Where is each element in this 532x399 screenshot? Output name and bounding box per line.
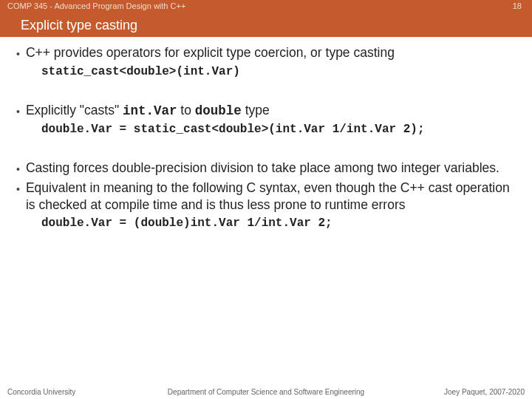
code-block: double.Var = static_cast<double>(int.Var…: [41, 122, 516, 137]
course-label: COMP 345 - Advanced Program Design with …: [7, 1, 185, 10]
text-fragment: Explicitly "casts": [26, 103, 123, 117]
bullet-text: C++ provides operators for explicit type…: [26, 44, 516, 61]
bullet-dot-icon: •: [16, 163, 20, 177]
footer-left: Concordia University: [7, 388, 75, 396]
bullet-dot-icon: •: [16, 47, 20, 61]
slide-number: 18: [513, 1, 522, 10]
bullet-item: • Casting forces double-precision divisi…: [16, 160, 516, 177]
footer-center: Department of Computer Science and Softw…: [168, 388, 364, 396]
bullet-text: Casting forces double-precision division…: [26, 160, 516, 177]
bullet-item: • Equivalent in meaning to the following…: [16, 180, 516, 214]
footer: Concordia University Department of Compu…: [0, 384, 532, 399]
footer-right: Joey Paquet, 2007-2020: [444, 388, 525, 396]
inline-code: int.Var: [123, 103, 177, 118]
text-fragment: type: [242, 103, 270, 117]
bullet-dot-icon: •: [16, 105, 20, 120]
bullet-text: Explicitly "casts" int.Var to double typ…: [26, 102, 516, 120]
slide-title: Explicit type casting: [21, 18, 137, 33]
bullet-dot-icon: •: [16, 183, 20, 214]
code-block: double.Var = (double)int.Var 1/int.Var 2…: [41, 216, 516, 231]
bullet-item: • C++ provides operators for explicit ty…: [16, 44, 516, 61]
inline-code: double: [195, 103, 242, 118]
code-block: static_cast<double>(int.Var): [41, 64, 516, 80]
bullet-item: • Explicitly "casts" int.Var to double t…: [16, 102, 516, 120]
slide-content: • C++ provides operators for explicit ty…: [0, 37, 532, 231]
text-fragment: to: [177, 103, 194, 117]
header-bar: COMP 345 - Advanced Program Design with …: [0, 0, 532, 37]
bullet-text: Equivalent in meaning to the following C…: [26, 180, 516, 214]
